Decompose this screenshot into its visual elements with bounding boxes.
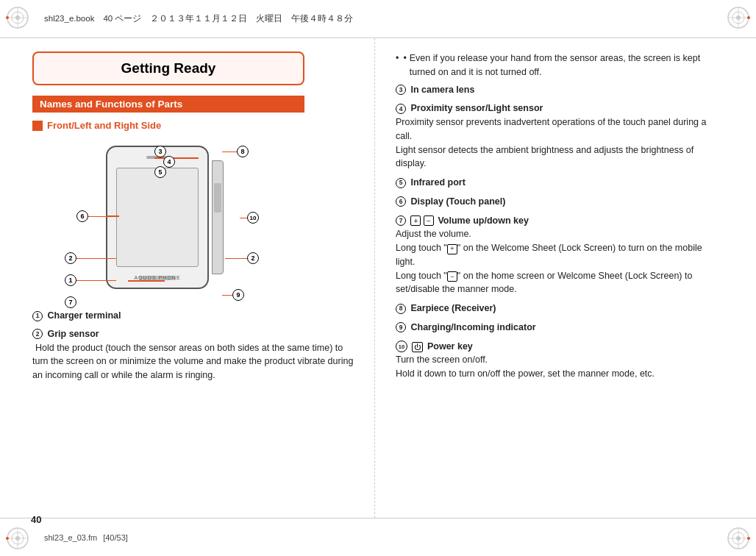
callout-1: 1 xyxy=(65,274,116,286)
key-minus: − xyxy=(424,215,434,226)
callout-7: 7 xyxy=(65,296,76,308)
num-7: 7 xyxy=(396,215,406,226)
callout-circle-8: 8 xyxy=(237,146,249,157)
right-item-charging: 9 Charging/Incoming indicator xyxy=(396,321,724,335)
label-power: Power key xyxy=(427,341,473,352)
label-earpiece: Earpiece (Receiver) xyxy=(410,303,496,313)
num-10: 10 xyxy=(396,341,407,352)
text-volume: Adjust the volume. Long touch "+" on the… xyxy=(396,229,702,294)
right-item-earpiece: 8 Earpiece (Receiver) xyxy=(396,302,724,316)
callout-9: 9 xyxy=(222,289,244,301)
callout-2-right: 2 xyxy=(225,252,259,264)
callout-8: 8 xyxy=(222,146,249,157)
callout-circle-7: 7 xyxy=(65,296,76,308)
item-label-grip: Grip sensor xyxy=(47,329,99,339)
item-grip: 2 Grip sensor Hold the product (touch th… xyxy=(32,327,358,382)
top-bar-text: shl23_e.book 40 ページ ２０１３年１１月１２日 火曜日 午後４時… xyxy=(44,13,353,24)
main-content: Getting Ready Names and Functions of Par… xyxy=(0,38,756,518)
getting-ready-box: Getting Ready xyxy=(32,51,304,85)
label-volume: Volume up/down key xyxy=(438,215,528,226)
phone-screen xyxy=(116,168,199,267)
right-item-power: 10 ⏻ Power key Turn the screen on/off.Ho… xyxy=(396,340,724,381)
power-key-icon: ⏻ xyxy=(412,342,423,352)
callout-circle-2l: 2 xyxy=(65,252,76,264)
right-item-proximity: 4 Proximity sensor/Light sensor Proximit… xyxy=(396,101,724,171)
bullet-text-1: Even if you release your hand from the s… xyxy=(410,51,724,79)
left-column: Getting Ready Names and Functions of Par… xyxy=(0,38,375,518)
right-item-volume: 7 + − Volume up/down key Adjust the volu… xyxy=(396,214,724,297)
label-display: Display (Touch panel) xyxy=(410,196,505,207)
label-camera: In camera lens xyxy=(410,85,474,95)
text-proximity: Proximity sensor prevents inadvertent op… xyxy=(396,117,706,168)
callout-line-8 xyxy=(222,152,237,152)
bottom-bar: shl23_e_03.fm [40/53] xyxy=(0,518,756,556)
text-power: Turn the screen on/off.Hold it down to t… xyxy=(396,354,655,379)
callout-line-10 xyxy=(240,218,247,218)
bullet-item-1: • Even if you release your hand from the… xyxy=(396,51,724,79)
top-bar: shl23_e.book 40 ページ ２０１３年１１月１２日 火曜日 午後４時… xyxy=(0,0,756,38)
subsection-header-text: Front/Left and Right Side xyxy=(47,120,161,131)
getting-ready-title: Getting Ready xyxy=(121,60,216,76)
items-below-diagram: 1 Charger terminal 2 Grip sensor Hold th… xyxy=(32,309,358,382)
label-infrared: Infrared port xyxy=(410,177,465,188)
callout-line-2l xyxy=(76,258,116,259)
callout-circle-2r: 2 xyxy=(247,252,259,264)
callout-6: 6 xyxy=(76,210,116,222)
num-9: 9 xyxy=(396,322,406,332)
label-proximity: Proximity sensor/Light sensor xyxy=(410,103,543,113)
callout-circle-10: 10 xyxy=(247,212,259,224)
phone-label: AQUOS PHONE xyxy=(107,275,207,280)
bullet-icon: • xyxy=(403,51,406,79)
callout-5: 5 xyxy=(154,166,166,178)
callout-line-2r xyxy=(225,258,247,259)
callout-circle-5: 5 xyxy=(154,166,166,178)
callout-circle-1: 1 xyxy=(65,274,76,286)
item-label-charger: Charger terminal xyxy=(47,310,121,321)
phone-diagram: AQUOS PHONE 1 2 xyxy=(32,138,304,300)
num-3: 3 xyxy=(396,85,406,95)
callout-line-1 xyxy=(76,280,116,281)
callout-circle-6: 6 xyxy=(76,210,88,222)
subsection-header: Front/Left and Right Side xyxy=(32,120,358,131)
callout-line-6 xyxy=(88,216,116,217)
num-8: 8 xyxy=(396,304,406,314)
bottom-bar-right: [40/53] xyxy=(103,533,128,542)
callout-10: 10 xyxy=(240,212,259,224)
right-column: • Even if you release your hand from the… xyxy=(375,38,756,518)
right-item-camera: 3 In camera lens xyxy=(396,83,724,97)
callout-2-left: 2 xyxy=(65,252,116,264)
section-header: Names and Functions of Parts xyxy=(32,96,304,113)
callout-circle-9: 9 xyxy=(232,289,244,301)
bottom-bar-left: shl23_e_03.fm xyxy=(44,533,97,542)
item-num-2: 2 xyxy=(32,329,43,339)
item-num-1: 1 xyxy=(32,311,43,321)
item-text-grip: Hold the product (touch the sensor areas… xyxy=(32,343,353,381)
num-6: 6 xyxy=(396,196,406,207)
item-charger: 1 Charger terminal xyxy=(32,309,358,323)
label-charging: Charging/Incoming indicator xyxy=(410,322,535,332)
right-item-infrared: 5 Infrared port xyxy=(396,176,724,190)
key-plus: + xyxy=(410,215,421,226)
num-4: 4 xyxy=(396,104,406,114)
right-item-display: 6 Display (Touch panel) xyxy=(396,195,724,209)
callout-line-9 xyxy=(222,295,232,296)
section-header-text: Names and Functions of Parts xyxy=(40,99,182,110)
phone-side-right xyxy=(212,160,224,274)
num-5: 5 xyxy=(396,178,406,188)
